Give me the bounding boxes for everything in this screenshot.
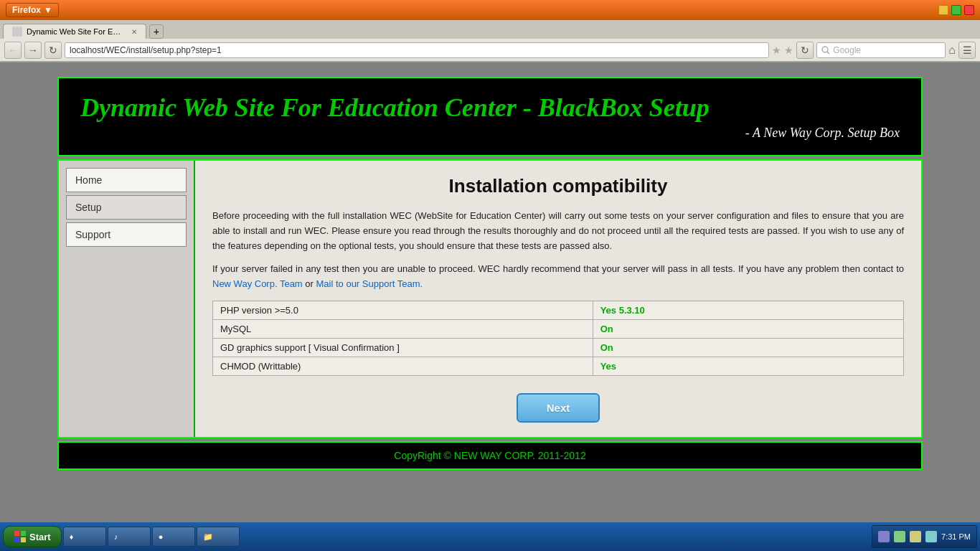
tab-title: Dynamic Web Site For Education Center ..… [27, 27, 124, 36]
tab-favicon [12, 27, 22, 37]
page-content: Dynamic Web Site For Education Center - … [0, 62, 980, 522]
navigation-bar: ← → ↻ localhost/WEC/install/setup.php?st… [0, 39, 980, 62]
reload-button[interactable]: ↻ [44, 42, 62, 59]
title-bar-left: Firefox ▼ [6, 3, 59, 17]
firefox-label: Firefox [12, 5, 41, 15]
table-cell-value: On [593, 319, 903, 338]
forward-button[interactable]: → [24, 42, 42, 59]
firefox-button[interactable]: Firefox ▼ [6, 3, 59, 17]
table-cell-value: Yes [593, 357, 903, 375]
windows-logo-icon [14, 530, 27, 543]
search-bar[interactable]: Google [816, 42, 946, 58]
sidebar-item-setup[interactable]: Setup [66, 195, 187, 220]
menu-button[interactable]: ☰ [958, 42, 976, 59]
new-way-corp-link[interactable]: New Way Corp. Team [212, 278, 303, 289]
taskbar-app-ie[interactable]: ♦ [63, 527, 106, 547]
close-button[interactable] [964, 5, 974, 15]
sidebar-setup-label: Setup [75, 202, 102, 213]
new-tab-button[interactable]: + [149, 24, 164, 39]
table-cell-label: MySQL [213, 319, 593, 338]
dropdown-arrow: ▼ [44, 5, 52, 15]
table-cell-label: GD graphics support [ Visual Confirmatio… [213, 338, 593, 357]
taskbar-app-folder[interactable]: 📁 [197, 527, 240, 547]
table-cell-value: Yes 5.3.10 [593, 301, 903, 319]
tray-icon-1 [878, 531, 890, 542]
table-row: CHMOD (Writtable)Yes [213, 357, 904, 375]
taskbar-items: ♦ ♪ ● 📁 [63, 527, 870, 547]
mail-support-link[interactable]: Mail to our Support Team. [316, 278, 423, 289]
google-icon [821, 46, 830, 55]
taskbar-app-firefox[interactable]: ♪ [108, 527, 151, 547]
site-title: Dynamic Web Site For Education Center - … [80, 93, 900, 123]
address-bar[interactable]: localhost/WEC/install/setup.php?step=1 [65, 42, 769, 58]
tray-icon-4 [925, 531, 937, 542]
site-header: Dynamic Web Site For Education Center - … [57, 77, 923, 156]
description-paragraph-1: Before proceeding with the full installa… [212, 209, 904, 253]
next-button[interactable]: Next [517, 393, 600, 423]
svg-rect-2 [14, 531, 19, 536]
taskbar-clock: 7:31 PM [941, 532, 971, 541]
start-label: Start [29, 532, 51, 542]
svg-rect-3 [21, 531, 26, 536]
taskbar: Start ♦ ♪ ● 📁 7:31 PM [0, 522, 980, 551]
sidebar-home-label: Home [75, 174, 102, 186]
table-row: GD graphics support [ Visual Confirmatio… [213, 338, 904, 357]
footer-copyright: CopyRight © NEW WAY CORP. 2011-2012 [394, 450, 585, 461]
svg-line-1 [827, 52, 829, 54]
start-button[interactable]: Start [3, 526, 62, 547]
maximize-button[interactable] [951, 5, 961, 15]
button-row: Next [212, 393, 904, 423]
table-cell-value: On [593, 338, 903, 357]
site-footer: CopyRight © NEW WAY CORP. 2011-2012 [57, 441, 923, 470]
tray-icon-2 [894, 531, 905, 542]
description-paragraph-2: If your server failed in any test then y… [212, 262, 904, 292]
content-area: Installation compatibility Before procee… [195, 161, 921, 437]
title-bar: Firefox ▼ [0, 0, 980, 20]
table-row: MySQLOn [213, 319, 904, 338]
home-button[interactable]: ⌂ [948, 44, 956, 57]
taskbar-system-tray: 7:31 PM [872, 525, 977, 548]
sidebar-item-home[interactable]: Home [66, 168, 187, 192]
window-controls [938, 5, 974, 15]
minimize-button[interactable] [938, 5, 948, 15]
main-layout: Home Setup Support Installation compatib… [57, 159, 923, 438]
browser-chrome: Firefox ▼ Dynamic Web Site For Education… [0, 0, 980, 62]
tray-icon-3 [910, 531, 921, 542]
bookmark-star[interactable]: ★ [772, 44, 781, 56]
bookmark-star2[interactable]: ★ [784, 44, 793, 56]
tab-close-button[interactable]: ✕ [131, 28, 137, 36]
paragraph2-or: or [303, 278, 316, 289]
search-placeholder: Google [833, 45, 861, 55]
back-button[interactable]: ← [4, 42, 22, 59]
svg-rect-5 [21, 537, 26, 542]
table-cell-label: CHMOD (Writtable) [213, 357, 593, 375]
address-text: localhost/WEC/install/setup.php?step=1 [70, 45, 222, 55]
table-row: PHP version >=5.0Yes 5.3.10 [213, 301, 904, 319]
active-tab[interactable]: Dynamic Web Site For Education Center ..… [3, 24, 146, 39]
svg-point-0 [822, 47, 828, 52]
sidebar-support-label: Support [75, 229, 110, 240]
taskbar-app-chrome[interactable]: ● [152, 527, 195, 547]
paragraph2-text1: If your server failed in any test then y… [212, 263, 904, 274]
site-subtitle: - A New Way Corp. Setup Box [80, 126, 900, 141]
sidebar: Home Setup Support [59, 161, 195, 437]
table-cell-label: PHP version >=5.0 [213, 301, 593, 319]
page-title: Installation compatibility [212, 175, 904, 197]
sidebar-item-support[interactable]: Support [66, 222, 187, 247]
compatibility-table: PHP version >=5.0Yes 5.3.10MySQLOnGD gra… [212, 301, 904, 376]
svg-rect-4 [14, 537, 19, 542]
tab-bar: Dynamic Web Site For Education Center ..… [0, 20, 980, 39]
refresh-button[interactable]: ↻ [796, 42, 814, 59]
